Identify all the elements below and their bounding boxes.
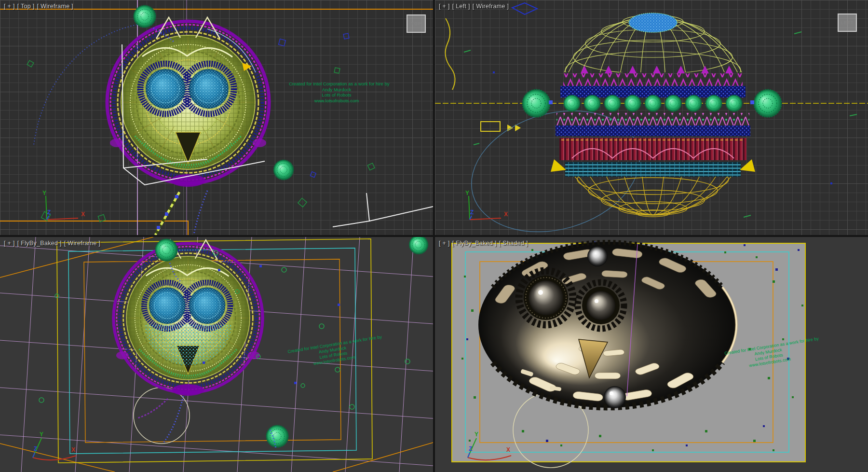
tween-sphere[interactable] [522, 89, 550, 117]
viewport-view-label[interactable]: [ FlyBy_Baked ] [17, 240, 62, 247]
owl-ship-shaded[interactable] [478, 242, 737, 408]
axis-tripod: Y X Z [10, 428, 82, 466]
axis-z-label: Z [34, 445, 37, 452]
axis-y-label: Y [42, 190, 46, 196]
axis-z-label: Z [47, 209, 51, 216]
viewport-shading-label[interactable]: [ Shaded ] [499, 240, 528, 247]
tween-sphere[interactable] [754, 89, 782, 117]
axis-x-label: X [504, 211, 508, 218]
scene-helper-blue [279, 33, 349, 177]
viewport-label-left: [ + ] [ Left ] [ Wireframe ] [439, 3, 509, 10]
owl-ship-wireframe[interactable] [113, 240, 262, 396]
viewport-layout-2x2: [ + ] [ Top ] [ Wireframe ] TOP Created … [0, 0, 868, 472]
axis-y-label: Y [475, 431, 478, 438]
yellow-arrow-marker [551, 159, 566, 172]
machinery-bands [556, 66, 750, 177]
axis-z-label: Z [470, 209, 474, 216]
viewport-menu-button[interactable]: [ + ] [439, 240, 450, 247]
viewport-shading-label[interactable]: [ Wireframe ] [37, 3, 73, 10]
viewport-menu-button[interactable]: [ + ] [439, 3, 450, 10]
viewport-top[interactable]: [ + ] [ Top ] [ Wireframe ] TOP Created … [0, 0, 433, 235]
axis-tripod: Y X Z [457, 189, 519, 228]
chrome-sphere[interactable] [604, 386, 626, 408]
viewport-shading-label[interactable]: [ Wireframe ] [473, 3, 509, 10]
viewport-label-top: [ + ] [ Top ] [ Wireframe ] [4, 3, 73, 10]
viewport-label-camera-wireframe: [ + ] [ FlyBy_Baked ] [ Wireframe ] [4, 240, 100, 247]
tween-sphere[interactable] [409, 237, 428, 254]
viewport-camera-shaded[interactable]: [ + ] [ FlyBy_Baked ] [ Shaded ] Created… [435, 237, 868, 472]
viewcube[interactable]: LEFT [838, 14, 857, 32]
axis-x-label: X [71, 446, 75, 453]
viewcube-face-label: LEFT [841, 20, 854, 25]
tween-sphere[interactable] [266, 425, 288, 447]
axis-x-label: X [81, 211, 85, 218]
axis-tripod: Y X Z [34, 189, 96, 228]
yellow-arrow-marker [740, 159, 755, 172]
viewport-menu-button[interactable]: [ + ] [4, 3, 15, 10]
chrome-sphere[interactable] [587, 246, 608, 266]
viewport-left[interactable]: [ + ] [ Left ] [ Wireframe ] LEFT Y X Z [435, 0, 868, 235]
viewcube-face-label: TOP [411, 21, 421, 26]
tween-sphere[interactable] [273, 160, 293, 180]
tween-sphere[interactable] [134, 5, 156, 28]
axis-y-label: Y [40, 431, 43, 438]
viewport-menu-button[interactable]: [ + ] [4, 240, 15, 247]
spline-yellow-wavy [446, 18, 455, 90]
ghost-circle [134, 388, 190, 444]
owl-ship-side-wireframe[interactable] [554, 13, 752, 217]
axis-x-label: X [506, 446, 510, 453]
camera-gizmo-yellow[interactable] [481, 122, 500, 131]
viewport-view-label[interactable]: [ FlyBy_Baked ] [452, 240, 497, 247]
axis-y-label: Y [465, 190, 469, 196]
axis-tripod: Y X Z [445, 428, 517, 466]
viewport-shading-label[interactable]: [ Wireframe ] [64, 240, 100, 247]
viewcube[interactable]: TOP [407, 14, 426, 33]
watermark-text: Created for Intel Corporation as a work … [289, 81, 384, 103]
viewport-view-label[interactable]: [ Top ] [17, 3, 35, 10]
thruster-spheres-row [564, 95, 742, 111]
viewport-view-label[interactable]: [ Left ] [452, 3, 470, 10]
scene-helper-blue [512, 3, 537, 14]
tween-sphere[interactable] [155, 239, 177, 261]
axis-z-label: Z [469, 445, 472, 452]
viewport-camera-wireframe[interactable]: [ + ] [ FlyBy_Baked ] [ Wireframe ] Crea… [0, 237, 433, 472]
viewport-label-camera-shaded: [ + ] [ FlyBy_Baked ] [ Shaded ] [439, 240, 528, 247]
